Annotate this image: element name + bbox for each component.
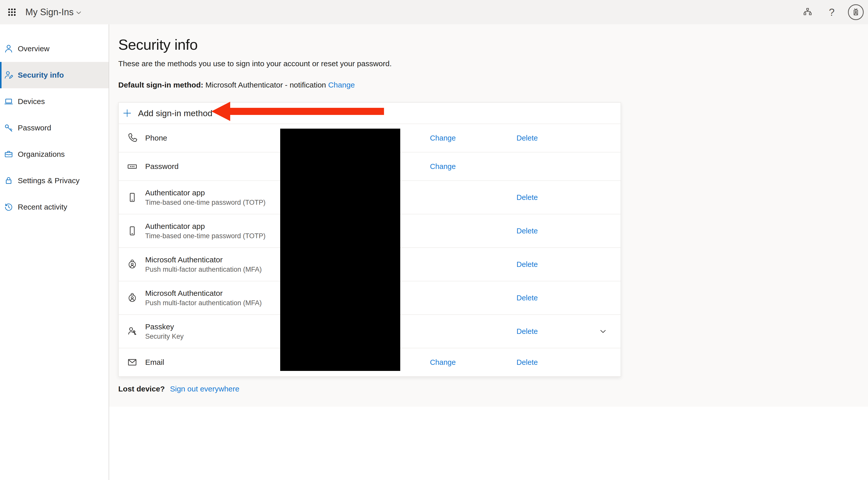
method-detail: Time-based one-time password (TOTP) xyxy=(145,198,266,207)
authenticator-lock-icon xyxy=(126,258,138,270)
delete-link[interactable]: Delete xyxy=(517,358,538,366)
delete-link[interactable]: Delete xyxy=(517,294,538,302)
sidebar-item-security-info[interactable]: Security info xyxy=(0,62,108,88)
method-name: Passkey xyxy=(145,322,184,332)
annotation-arrow-head xyxy=(211,102,230,121)
laptop-icon xyxy=(4,96,14,106)
method-labels: Microsoft AuthenticatorPush multi-factor… xyxy=(145,255,262,274)
app-launcher-icon[interactable] xyxy=(7,7,17,17)
sign-out-everywhere-link[interactable]: Sign out everywhere xyxy=(170,385,240,393)
lost-device-line: Lost device? Sign out everywhere xyxy=(118,385,239,393)
method-labels: Email xyxy=(145,357,164,367)
change-link[interactable]: Change xyxy=(430,358,456,366)
page-title: Security info xyxy=(118,36,198,53)
chevron-down-icon[interactable] xyxy=(75,9,82,16)
delete-link[interactable]: Delete xyxy=(517,227,538,235)
method-name: Microsoft Authenticator xyxy=(145,288,262,298)
method-name: Authenticator app xyxy=(145,221,266,231)
add-signin-method-label: Add sign-in method xyxy=(138,108,212,118)
page-description: These are the methods you use to sign in… xyxy=(118,59,392,68)
phone-icon xyxy=(126,132,138,144)
sidebar: OverviewSecurity infoDevicesPasswordOrga… xyxy=(0,24,109,480)
sidebar-item-label: Recent activity xyxy=(18,203,67,211)
sidebar-item-recent-activity[interactable]: Recent activity xyxy=(0,194,108,220)
method-name: Microsoft Authenticator xyxy=(145,255,262,265)
sidebar-item-overview[interactable]: Overview xyxy=(0,35,108,62)
default-change-link[interactable]: Change xyxy=(328,81,355,89)
method-name: Authenticator app xyxy=(145,188,266,198)
sidebar-item-label: Password xyxy=(18,124,51,132)
method-labels: Microsoft AuthenticatorPush multi-factor… xyxy=(145,288,262,308)
sidebar-item-label: Overview xyxy=(18,44,50,53)
key-icon xyxy=(4,123,14,133)
help-icon[interactable]: ? xyxy=(829,7,835,18)
default-signin-line: Default sign-in method: Microsoft Authen… xyxy=(118,81,355,89)
plus-icon xyxy=(122,108,132,119)
change-link[interactable]: Change xyxy=(430,162,456,171)
main-content: Security info These are the methods you … xyxy=(109,24,868,407)
sidebar-item-settings-privacy[interactable]: Settings & Privacy xyxy=(0,167,108,194)
person-icon xyxy=(4,44,14,54)
annotation-arrow-shaft xyxy=(230,108,384,115)
password-icon xyxy=(126,161,138,172)
method-labels: Password xyxy=(145,161,179,171)
method-name: Email xyxy=(145,357,164,367)
account-badge-icon[interactable] xyxy=(848,4,864,20)
lost-device-label: Lost device? xyxy=(118,385,165,393)
change-link[interactable]: Change xyxy=(430,134,456,142)
top-header: My Sign-Ins ? xyxy=(0,0,868,24)
smartphone-icon xyxy=(126,192,138,203)
lock-icon xyxy=(4,175,14,186)
method-labels: Phone xyxy=(145,133,167,143)
sidebar-item-password[interactable]: Password xyxy=(0,115,108,141)
sidebar-item-devices[interactable]: Devices xyxy=(0,88,108,115)
delete-link[interactable]: Delete xyxy=(517,134,538,142)
org-chart-icon[interactable] xyxy=(802,7,813,18)
authenticator-lock-icon xyxy=(126,292,138,304)
default-signin-label: Default sign-in method: xyxy=(118,81,203,89)
sidebar-item-label: Settings & Privacy xyxy=(18,176,80,185)
method-name: Phone xyxy=(145,133,167,143)
app-title[interactable]: My Sign-Ins xyxy=(25,7,73,18)
sidebar-item-label: Organizations xyxy=(18,150,65,159)
method-detail: Security Key xyxy=(145,332,184,341)
delete-link[interactable]: Delete xyxy=(517,327,538,335)
signin-methods-card: Add sign-in method PhoneChangeDeletePass… xyxy=(118,102,621,377)
delete-link[interactable]: Delete xyxy=(517,260,538,269)
smartphone-icon xyxy=(126,225,138,237)
sidebar-item-organizations[interactable]: Organizations xyxy=(0,141,108,167)
method-detail: Push multi-factor authentication (MFA) xyxy=(145,298,262,308)
passkey-icon xyxy=(126,325,138,337)
method-detail: Time-based one-time password (TOTP) xyxy=(145,231,266,241)
method-labels: PasskeySecurity Key xyxy=(145,322,184,341)
method-labels: Authenticator appTime-based one-time pas… xyxy=(145,221,266,241)
redaction-box xyxy=(280,129,400,371)
delete-link[interactable]: Delete xyxy=(517,193,538,202)
default-signin-value: Microsoft Authenticator - notification xyxy=(205,81,326,89)
sidebar-item-label: Security info xyxy=(18,71,64,79)
sidebar-item-label: Devices xyxy=(18,97,45,106)
history-icon xyxy=(4,202,14,212)
chevron-down-icon[interactable] xyxy=(598,327,608,336)
method-name: Password xyxy=(145,161,179,171)
method-labels: Authenticator appTime-based one-time pas… xyxy=(145,188,266,207)
method-detail: Push multi-factor authentication (MFA) xyxy=(145,265,262,274)
email-icon xyxy=(126,356,138,368)
briefcase-icon xyxy=(4,149,14,159)
person-edit-icon xyxy=(4,70,14,80)
